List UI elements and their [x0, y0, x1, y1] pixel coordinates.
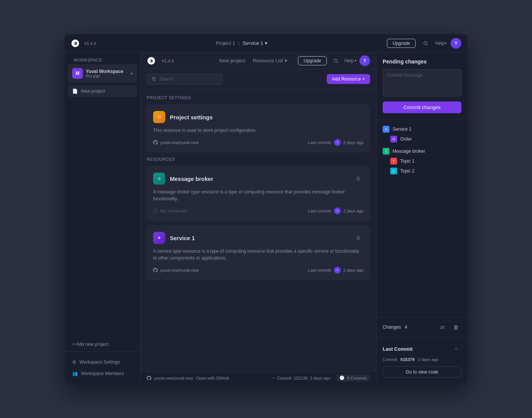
last-commit-title: Last Commit: [383, 346, 413, 352]
chevron-down-icon: ▾: [131, 71, 133, 76]
search-icon: [333, 58, 339, 63]
project-settings-last-commit: Last commit: T 2 days ago: [308, 139, 364, 146]
service1-title: Service 1: [170, 235, 348, 241]
service1-icon: ✦: [153, 232, 165, 244]
new-project-link[interactable]: New project: [219, 58, 245, 63]
main-layout: Workspace M Yuval Workspace Pro plan ▾ 📄…: [65, 52, 467, 384]
project-settings-icon: ⚙: [153, 111, 165, 123]
chevron-down-icon: ▾: [355, 59, 356, 63]
secondary-help-button[interactable]: Help ▾: [345, 55, 356, 66]
message-broker-desc: A message broker type resource is a type…: [153, 188, 364, 202]
commit-avatar: T: [334, 139, 341, 146]
message-broker-last-commit: Last commit: T 2 days ago: [308, 207, 364, 214]
changes-expand-button[interactable]: ⇄: [437, 322, 448, 332]
message-broker-delete-button[interactable]: 🗑: [353, 173, 364, 184]
search-icon: [152, 76, 156, 82]
workspace-name: Yuval Workspace: [86, 69, 128, 74]
workspace-members-link[interactable]: 👥 Workspace Members: [68, 368, 137, 379]
service1-delete-button[interactable]: 🗑: [353, 233, 364, 243]
commit-hash: 102136: [294, 376, 308, 380]
svg-point-2: [334, 59, 337, 62]
search-button[interactable]: [420, 38, 431, 49]
circle-icon: ○: [272, 376, 275, 380]
repo-name: yuval-new/yuval-new: [154, 376, 193, 380]
message-broker-tree-label: Message broker: [393, 149, 425, 154]
changes-count-label: Changes 4: [383, 325, 434, 330]
search-input[interactable]: [159, 76, 218, 82]
message-broker-footer: Not connected Last commit: T 2 days ago: [153, 207, 364, 214]
logo-icon: ◑: [71, 40, 79, 47]
service1-card: ✦ Service 1 🗑 A service type resource is…: [147, 225, 370, 280]
commit-changes-button[interactable]: Commit changes: [383, 101, 461, 113]
new-project-button[interactable]: 📄 New project: [68, 86, 137, 97]
add-project-button[interactable]: + Add new project: [68, 339, 137, 350]
service1-last-commit: Last commit: T 2 days ago: [308, 267, 364, 274]
chevron-down-icon: ▾: [445, 41, 446, 45]
topbar-actions: Upgrade Help ▾ T: [387, 38, 461, 49]
workspace-settings-link[interactable]: ⚙ Workspace Settings: [68, 356, 137, 368]
topic1-tree-label: Topic 1: [400, 158, 415, 164]
tree-item-message-broker[interactable]: 2 Message broker: [383, 146, 461, 156]
tree-item-service1[interactable]: S Service 1: [383, 124, 461, 134]
gear-icon: ⚙: [72, 359, 76, 365]
breadcrumb-separator: |: [238, 40, 239, 46]
search-wrapper: [147, 74, 223, 84]
commits-button[interactable]: 🕐 8 Commits: [336, 374, 370, 382]
github-open-label: Open with GitHub: [196, 376, 229, 380]
commit-avatar: T: [334, 207, 341, 214]
order-tree-icon: O: [390, 136, 397, 142]
github-icon: [153, 140, 158, 145]
workspace-selector[interactable]: M Yuval Workspace Pro plan ▾: [68, 64, 137, 82]
user-avatar[interactable]: T: [451, 38, 461, 49]
content-area: ◑ v1.x.x New project Resource List ▾ Upg…: [141, 52, 376, 384]
tree-item-order[interactable]: O Order: [390, 134, 461, 144]
svg-line-3: [337, 62, 338, 63]
resources-section-label: Resources: [147, 157, 370, 162]
github-icon: [153, 209, 158, 213]
github-repo-link[interactable]: yuval-new/yuval-new Open with GitHub: [147, 376, 229, 380]
add-resource-button[interactable]: Add Resource +: [327, 74, 370, 84]
breadcrumb-project[interactable]: Project 1: [216, 40, 235, 46]
service1-repo: yuval-new/yuval-new: [153, 268, 199, 272]
secondary-avatar[interactable]: T: [359, 55, 370, 66]
project-settings-title: Project settings: [170, 114, 364, 120]
github-icon: [147, 376, 151, 380]
last-commit-refresh-button[interactable]: ○: [451, 344, 461, 354]
commit-message-input[interactable]: [383, 69, 461, 97]
last-commit-hash: 615379: [401, 357, 415, 362]
project-settings-footer: yuval-new/yuval-new Last commit: T 2 day…: [153, 139, 364, 146]
resource-list-button[interactable]: Resource List ▾: [253, 58, 287, 63]
tree-item-topic2[interactable]: C Topic 2: [390, 166, 461, 176]
workspace-label: Workspace: [69, 52, 107, 65]
tree-item-topic1[interactable]: T Topic 1: [390, 156, 461, 166]
view-code-button[interactable]: Go to view code: [383, 366, 461, 378]
logo-icon: ◑: [147, 57, 155, 65]
content-body: Project Settings ⚙ Project settings This…: [141, 89, 376, 372]
message-broker-title: Message broker: [170, 176, 348, 182]
chevron-down-icon: ▾: [265, 40, 268, 46]
workspace-plan: Pro plan: [86, 74, 128, 78]
last-commit-header: Last Commit ○: [383, 344, 461, 354]
svg-point-0: [424, 41, 427, 44]
topic2-tree-icon: C: [390, 168, 397, 174]
service1-footer: yuval-new/yuval-new Last commit: T 2 day…: [153, 267, 364, 274]
last-commit-info: Commit 615379 2 days ago: [383, 357, 461, 362]
service1-tree-label: Service 1: [393, 127, 412, 132]
message-broker-card: ≡ Message broker 🗑 A message broker type…: [147, 166, 370, 221]
topic1-tree-icon: T: [390, 158, 397, 165]
app-version: v1.x.x: [84, 41, 96, 46]
secondary-search-button[interactable]: [331, 55, 341, 66]
breadcrumb-service[interactable]: Service 1 ▾: [242, 40, 267, 46]
changes-tree: S Service 1 O Order 2 Message broker T: [377, 120, 467, 317]
help-button[interactable]: Help ▾: [435, 38, 446, 49]
pending-changes-section: Pending changes Commit changes: [377, 52, 467, 120]
secondary-upgrade-button[interactable]: Upgrade: [298, 56, 327, 65]
changes-number: 4: [405, 325, 407, 330]
github-icon: [153, 268, 158, 272]
nav-logo[interactable]: ◑: [147, 56, 156, 65]
service1-tree-icon: S: [383, 126, 390, 133]
upgrade-button[interactable]: Upgrade: [387, 39, 416, 48]
changes-delete-button[interactable]: 🗑: [451, 322, 461, 332]
app-logo[interactable]: ◑: [71, 39, 80, 48]
content-header: Add Resource +: [141, 69, 376, 89]
